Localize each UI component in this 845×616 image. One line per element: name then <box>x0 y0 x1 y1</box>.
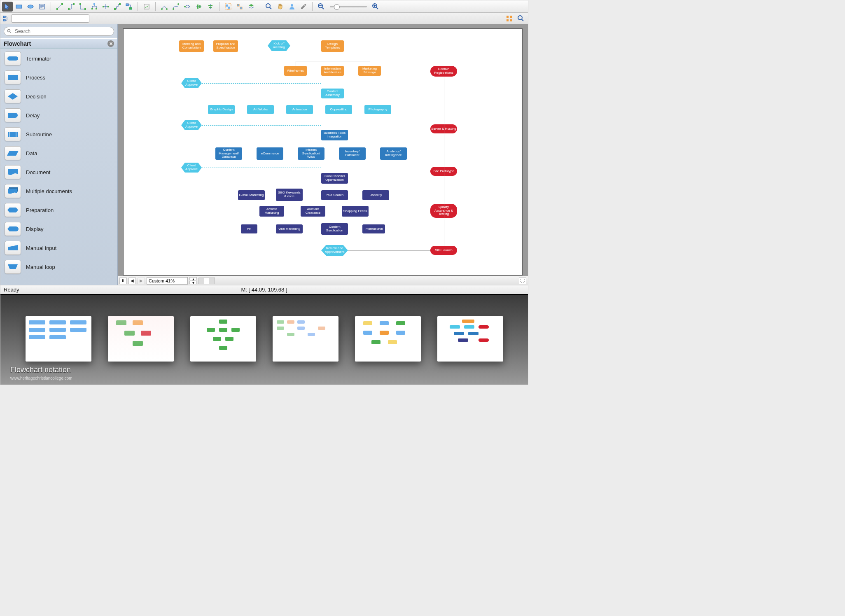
shape-manual-loop[interactable]: Manual loop <box>0 257 117 276</box>
close-library-icon[interactable]: ✕ <box>107 40 114 47</box>
page-tabs[interactable] <box>198 278 215 284</box>
node-kickoff[interactable]: Kick-off meeting <box>268 40 290 51</box>
node-analytics[interactable]: Analytics/ Intelligence <box>380 147 407 160</box>
shape-display[interactable]: Display <box>0 219 117 238</box>
node-marketing[interactable]: Marketing Strategy <box>358 66 381 76</box>
shape-process[interactable]: Process <box>0 68 117 87</box>
node-copywriting[interactable]: Copywriting <box>325 105 352 114</box>
canvas-scroll[interactable]: Meeting and Consultation Proposal and Sp… <box>118 24 528 276</box>
node-review[interactable]: Review and Approvement <box>321 245 348 256</box>
shape-preparation[interactable]: Preparation <box>0 201 117 219</box>
node-seo[interactable]: SEO-Keywords & code <box>276 189 303 201</box>
connector-step[interactable] <box>66 2 77 12</box>
node-usability[interactable]: Usability <box>362 190 389 200</box>
connector-orth[interactable] <box>77 2 88 12</box>
shape-multiple-documents[interactable]: Multiple documents <box>0 182 117 201</box>
align-h[interactable] <box>194 2 204 12</box>
node-paid-search[interactable]: Paid Search <box>321 190 348 200</box>
pause-icon[interactable]: ⏸ <box>119 278 127 284</box>
node-goal-channel[interactable]: Goal Channel Optimization <box>321 173 348 184</box>
prev-page-button[interactable]: ◀ <box>128 278 136 284</box>
node-meeting[interactable]: Meeting and Consultation <box>179 40 204 52</box>
node-pr[interactable]: PR <box>241 224 257 233</box>
shape-manual-input[interactable]: Manual input <box>0 238 117 257</box>
connector-straight[interactable] <box>54 2 65 12</box>
zoom-in-button[interactable] <box>370 2 381 12</box>
node-proposal[interactable]: Proposal and Specification <box>213 40 238 52</box>
node-email[interactable]: E-mail Marketing <box>238 190 265 200</box>
node-auction[interactable]: Auction/ Clearance <box>301 206 325 217</box>
node-inventory[interactable]: Inventory/ Fulfilment <box>339 147 366 160</box>
node-content-synd[interactable]: Content Syndication <box>321 223 348 235</box>
node-client-approve-1[interactable]: Client Approve <box>181 78 202 88</box>
search-library-icon[interactable] <box>516 14 526 23</box>
zoom-step-down[interactable]: ▾ <box>189 281 197 284</box>
node-ecommerce[interactable]: eCommerce <box>257 147 283 160</box>
data-icon <box>5 146 21 160</box>
fit-page-icon[interactable]: ⛶ <box>519 278 526 284</box>
gallery-thumb-3[interactable] <box>190 316 256 362</box>
node-affiliate[interactable]: Affiliate Marketing <box>259 206 284 217</box>
node-ia[interactable]: Information Architecture <box>321 66 344 76</box>
node-viral[interactable]: Viral Marketing <box>276 224 303 233</box>
node-graphic-design[interactable]: Graphic Design <box>208 105 235 114</box>
connector-auto[interactable] <box>124 2 134 12</box>
pointer-tool[interactable] <box>2 2 13 12</box>
library-filter-input[interactable] <box>11 14 89 23</box>
node-international[interactable]: International <box>362 224 385 233</box>
svg-rect-38 <box>3 19 5 21</box>
insert-tool[interactable] <box>141 2 152 12</box>
shape-decision[interactable]: Decision <box>0 87 117 106</box>
node-photography[interactable]: Photography <box>364 105 391 114</box>
node-client-approve-2[interactable]: Client Approve <box>181 120 202 130</box>
curve-1[interactable] <box>159 2 170 12</box>
group-tool[interactable] <box>223 2 233 12</box>
node-design-templates[interactable]: Design Templates <box>321 40 344 52</box>
user-tool[interactable] <box>287 2 297 12</box>
shape-delay[interactable]: Delay <box>0 106 117 125</box>
gallery-thumb-1[interactable] <box>26 316 91 362</box>
zoom-slider[interactable] <box>330 6 367 7</box>
connector-smart[interactable] <box>100 2 111 12</box>
connector-tree[interactable] <box>89 2 100 12</box>
gallery-thumb-6[interactable] <box>437 316 503 362</box>
layers-tool[interactable] <box>246 2 257 12</box>
grid-view-icon[interactable] <box>504 14 515 23</box>
align-v[interactable] <box>205 2 216 12</box>
gallery-thumb-2[interactable] <box>108 316 174 362</box>
curve-3[interactable] <box>182 2 193 12</box>
eyedropper-tool[interactable] <box>298 2 309 12</box>
node-intranet[interactable]: Intranet Syndication/ Wikis <box>298 147 324 160</box>
gallery-thumb-4[interactable] <box>273 316 338 362</box>
zoom-tool[interactable] <box>264 2 274 12</box>
ungroup-tool[interactable] <box>234 2 245 12</box>
shape-terminator[interactable]: Terminator <box>0 49 117 68</box>
text-tool[interactable] <box>37 2 47 12</box>
shape-subroutine[interactable]: Subroutine <box>0 125 117 144</box>
connector-route[interactable] <box>112 2 123 12</box>
zoom-out-button[interactable] <box>316 2 327 12</box>
shape-data[interactable]: Data <box>0 144 117 163</box>
node-shopping[interactable]: Shopping Feeds <box>342 206 369 217</box>
ellipse-tool[interactable] <box>25 2 36 12</box>
pan-tool[interactable] <box>275 2 286 12</box>
next-page-button[interactable]: ▶ <box>138 278 145 284</box>
gallery-thumb-5[interactable] <box>355 316 421 362</box>
node-cms-db[interactable]: Content Management/ Database <box>215 147 242 160</box>
node-business-tools[interactable]: Business Tools Integration <box>321 130 348 140</box>
sidebar-search-input[interactable] <box>4 27 114 36</box>
node-content-assembly[interactable]: Content Assembly <box>321 89 344 98</box>
rect-tool[interactable] <box>14 2 24 12</box>
node-domain-reg[interactable]: Domain Registrations <box>430 66 457 77</box>
drawing-page[interactable]: Meeting and Consultation Proposal and Sp… <box>123 28 523 275</box>
node-site-launch[interactable]: Site Launch <box>430 246 457 255</box>
curve-2[interactable] <box>170 2 181 12</box>
library-title-bar[interactable]: Flowchart ✕ <box>0 38 117 49</box>
library-tree-icon[interactable] <box>1 14 11 23</box>
node-client-approve-3[interactable]: Client Approve <box>181 163 202 173</box>
node-artworks[interactable]: Art Works <box>247 105 274 114</box>
zoom-level-input[interactable] <box>147 277 188 285</box>
node-wireframes[interactable]: Wireframes <box>284 66 307 76</box>
node-animation[interactable]: Animation <box>286 105 313 114</box>
shape-document[interactable]: Document <box>0 163 117 182</box>
